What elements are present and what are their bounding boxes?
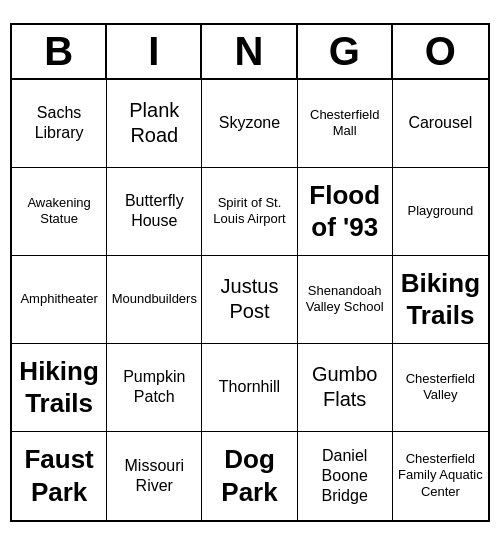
bingo-cell-9: Playground [393, 168, 488, 256]
bingo-cell-3: Chesterfield Mall [298, 80, 393, 168]
bingo-cell-7: Spirit of St. Louis Airport [202, 168, 297, 256]
bingo-cell-23: Daniel Boone Bridge [298, 432, 393, 520]
bingo-cell-4: Carousel [393, 80, 488, 168]
bingo-cell-24: Chesterfield Family Aquatic Center [393, 432, 488, 520]
bingo-cell-14: Biking Trails [393, 256, 488, 344]
bingo-cell-13: Shenandoah Valley School [298, 256, 393, 344]
bingo-cell-6: Butterfly House [107, 168, 202, 256]
bingo-cell-12: Justus Post [202, 256, 297, 344]
bingo-cell-5: Awakening Statue [12, 168, 107, 256]
bingo-letter-o: O [393, 25, 488, 78]
bingo-cell-21: Missouri River [107, 432, 202, 520]
bingo-cell-22: Dog Park [202, 432, 297, 520]
bingo-cell-17: Thornhill [202, 344, 297, 432]
bingo-cell-18: Gumbo Flats [298, 344, 393, 432]
bingo-cell-15: Hiking Trails [12, 344, 107, 432]
bingo-letter-n: N [202, 25, 297, 78]
bingo-cell-1: Plank Road [107, 80, 202, 168]
bingo-cell-10: Amphitheater [12, 256, 107, 344]
bingo-cell-8: Flood of '93 [298, 168, 393, 256]
bingo-cell-19: Chesterfield Valley [393, 344, 488, 432]
bingo-letter-i: I [107, 25, 202, 78]
bingo-header: BINGO [12, 25, 488, 80]
bingo-cell-20: Faust Park [12, 432, 107, 520]
bingo-cell-16: Pumpkin Patch [107, 344, 202, 432]
bingo-letter-b: B [12, 25, 107, 78]
bingo-card: BINGO Sachs LibraryPlank RoadSkyzoneChes… [10, 23, 490, 522]
bingo-grid: Sachs LibraryPlank RoadSkyzoneChesterfie… [12, 80, 488, 520]
bingo-cell-2: Skyzone [202, 80, 297, 168]
bingo-letter-g: G [298, 25, 393, 78]
bingo-cell-0: Sachs Library [12, 80, 107, 168]
bingo-cell-11: Moundbuilders [107, 256, 202, 344]
